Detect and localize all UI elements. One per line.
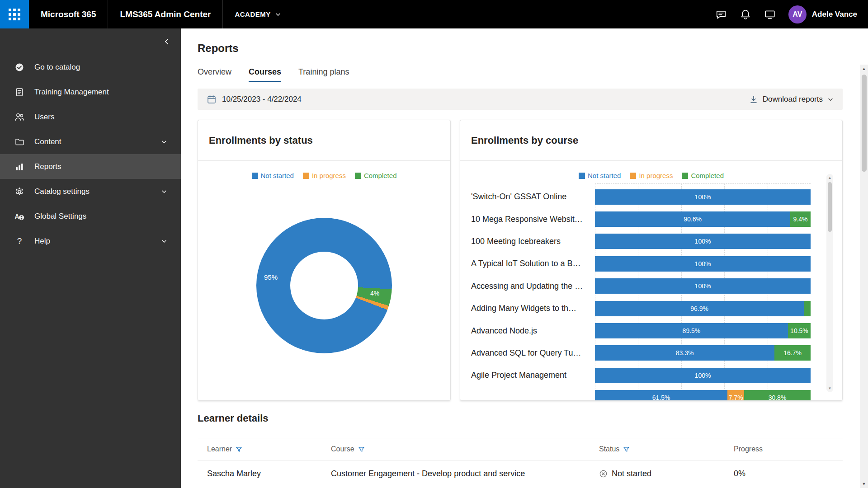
svg-text:A: A: [15, 212, 19, 220]
bar-row: Agile Project Management 100%: [471, 364, 811, 386]
sidebar-item-label: Help: [34, 237, 152, 246]
page-title: Reports: [198, 42, 843, 55]
bar-segment-completed: 30.8%: [744, 390, 811, 400]
sidebar-item-users[interactable]: Users: [0, 104, 181, 129]
card-title: Enrollments by course: [471, 135, 578, 146]
donut-chart: 95% 4%: [256, 218, 392, 353]
segment-value: 96.9%: [690, 305, 708, 312]
download-reports-button[interactable]: Download reports: [749, 95, 834, 104]
sidebar-nav: Go to catalog Training Management Users …: [0, 55, 181, 253]
chevron-down-icon: [161, 238, 167, 244]
bar-row: 61.5%7.7%30.8%: [471, 387, 811, 400]
segment-value: 90.6%: [684, 216, 702, 223]
column-header-status[interactable]: Status: [599, 445, 734, 453]
enrollments-by-status-card: Enrollments by status Not started In pro…: [198, 120, 451, 401]
column-header-label: Progress: [734, 445, 763, 453]
tab-courses[interactable]: Courses: [249, 67, 281, 82]
bar-row: A Typical IoT Solution to a B… 100%: [471, 253, 811, 275]
chart-legend: Not started In progress Completed: [198, 172, 450, 179]
card-header: Enrollments by status: [198, 120, 450, 161]
scroll-down-icon[interactable]: ▼: [860, 482, 868, 486]
collapse-sidebar-button[interactable]: [163, 38, 171, 46]
avatar-initials: AV: [793, 10, 802, 19]
legend-swatch: [579, 173, 585, 179]
calendar-icon: [207, 94, 217, 104]
chart-scrollbar-thumb[interactable]: [828, 182, 832, 232]
user-avatar[interactable]: AV: [788, 5, 807, 23]
bar-segment-not-started: 100%: [595, 189, 811, 205]
column-header-progress[interactable]: Progress: [734, 445, 843, 453]
sidebar-item-reports[interactable]: Reports: [0, 154, 181, 179]
scroll-up-icon[interactable]: ▲: [860, 66, 868, 71]
segment-value: 100%: [695, 260, 711, 267]
chevron-down-icon: [275, 11, 281, 18]
brand-title[interactable]: Microsoft 365: [29, 9, 108, 19]
bar-segment-not-started: 89.5%: [595, 323, 788, 338]
sidebar-item-go-to-catalog[interactable]: Go to catalog: [0, 55, 181, 80]
main-content: Reports Overview Courses Training plans …: [181, 28, 860, 488]
folder-icon: [14, 137, 25, 147]
tab-training-plans[interactable]: Training plans: [298, 67, 349, 82]
donut-hole: [290, 252, 358, 319]
sidebar-item-label: Global Settings: [34, 212, 158, 221]
filter-icon[interactable]: [358, 446, 365, 453]
legend-item-in-progress: In progress: [630, 172, 673, 179]
card-header: Enrollments by course: [460, 120, 842, 161]
column-header-course[interactable]: Course: [331, 445, 599, 453]
chart-scrollbar[interactable]: ▲ ▼: [826, 174, 833, 392]
table-row[interactable]: Sascha Marley Customer Engagement - Deve…: [198, 460, 843, 487]
download-reports-label: Download reports: [763, 95, 823, 104]
sidebar-item-label: Content: [34, 137, 152, 146]
legend-label: Completed: [691, 172, 724, 179]
sidebar-item-global-settings[interactable]: A Global Settings: [0, 204, 181, 229]
sidebar-item-catalog-settings[interactable]: Catalog settings: [0, 179, 181, 204]
legend-label: Not started: [261, 172, 294, 179]
bar-track: 96.9%: [595, 301, 811, 316]
notifications-icon[interactable]: [733, 0, 758, 28]
scroll-up-icon[interactable]: ▲: [826, 176, 833, 180]
sidebar-item-training-management[interactable]: Training Management: [0, 80, 181, 104]
page-scrollbar[interactable]: ▲ ▼: [860, 65, 868, 488]
filter-icon[interactable]: [236, 446, 242, 453]
chevron-down-icon: [161, 139, 167, 145]
waffle-icon: [9, 9, 20, 20]
sidebar-collapse-row: [0, 28, 181, 55]
tab-overview[interactable]: Overview: [198, 67, 231, 82]
legend-item-in-progress: In progress: [303, 172, 346, 179]
segment-value: 16.7%: [783, 349, 802, 357]
bar-track: 100%: [595, 189, 811, 205]
app-launcher-button[interactable]: [0, 0, 29, 28]
sidebar-item-help[interactable]: ? Help: [0, 229, 181, 253]
tab-label: Training plans: [298, 67, 349, 76]
bar-row: Accessing and Updating the … 100%: [471, 275, 811, 297]
legend-swatch: [355, 173, 361, 179]
legend-swatch: [252, 173, 258, 179]
sidebar-item-content[interactable]: Content: [0, 129, 181, 154]
progress-cell: 0%: [734, 469, 843, 479]
bar-segment-not-started: 100%: [595, 278, 811, 294]
column-header-learner[interactable]: Learner: [207, 445, 331, 453]
segment-value: 83.3%: [676, 349, 694, 357]
filter-icon[interactable]: [623, 446, 630, 453]
gear-icon: [14, 187, 25, 197]
page-scrollbar-thumb[interactable]: [862, 75, 867, 172]
tenant-switcher[interactable]: ACADEMY: [223, 10, 292, 18]
legend-item-not-started: Not started: [252, 172, 294, 179]
chat-icon[interactable]: [709, 0, 733, 28]
sidebar-item-label: Reports: [34, 162, 158, 171]
date-range-value[interactable]: 10/25/2023 - 4/22/2024: [222, 95, 302, 104]
segment-value: 100%: [695, 372, 711, 379]
course-name: Agile Project Management: [471, 371, 595, 380]
admin-center-title[interactable]: LMS365 Admin Center: [108, 9, 222, 19]
chart-legend: Not started In progress Completed: [460, 172, 842, 179]
table-body: Sascha Marley Customer Engagement - Deve…: [198, 460, 843, 487]
devices-icon[interactable]: [758, 0, 782, 28]
bar-track: 100%: [595, 368, 811, 383]
segment-value: 61.5%: [652, 394, 670, 400]
donut-value-not-started: 95%: [264, 273, 278, 281]
segment-value: 100%: [695, 238, 711, 245]
status-cell: Not started: [599, 469, 734, 479]
bar-track: 100%: [595, 234, 811, 249]
scroll-down-icon[interactable]: ▼: [826, 386, 833, 390]
bar-chart: 'Switch-On' GSSAT Online 100% 10 Mega Re…: [471, 182, 811, 400]
